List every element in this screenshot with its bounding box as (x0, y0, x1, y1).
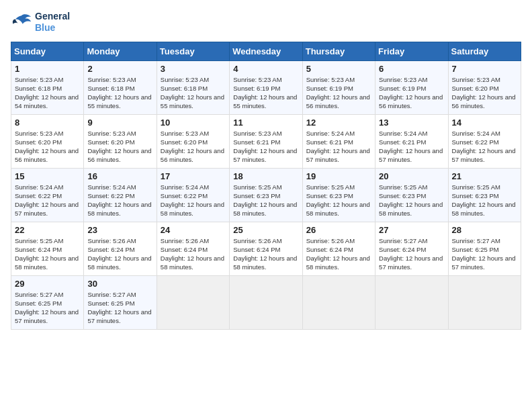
sunrise-label: Sunrise: (379, 76, 402, 83)
day-number: 23 (87, 225, 152, 235)
daylight-label: Daylight: (87, 201, 112, 208)
day-number: 10 (161, 118, 226, 128)
sunrise-label: Sunrise: (87, 130, 111, 137)
day-cell-17: 17 Sunrise: 5:24 AM Sunset: 6:22 PM Dayl… (157, 168, 229, 222)
day-cell-14: 14 Sunrise: 5:24 AM Sunset: 6:22 PM Dayl… (448, 114, 521, 168)
sunset-label: Sunset: (87, 138, 109, 146)
sunrise-label: Sunrise: (379, 237, 402, 244)
calendar-week-4: 22 Sunrise: 5:25 AM Sunset: 6:24 PM Dayl… (11, 222, 521, 275)
sunset-label: Sunset: (15, 300, 36, 307)
day-number: 14 (452, 118, 517, 128)
day-number: 8 (15, 118, 80, 128)
day-cell-28: 28 Sunrise: 5:27 AM Sunset: 6:25 PM Dayl… (448, 222, 521, 275)
empty-cell (448, 275, 521, 329)
sunrise-label: Sunrise: (15, 291, 38, 298)
sunset-label: Sunset: (87, 192, 109, 199)
sunset-label: Sunset: (87, 246, 109, 253)
day-info: Sunrise: 5:23 AM Sunset: 6:20 PM Dayligh… (15, 129, 80, 165)
day-cell-10: 10 Sunrise: 5:23 AM Sunset: 6:20 PM Dayl… (157, 114, 229, 168)
daylight-label: Daylight: (15, 255, 40, 262)
page-header: General Blue (11, 11, 521, 34)
sunset-label: Sunset: (452, 246, 474, 253)
day-number: 16 (87, 171, 152, 181)
day-info: Sunrise: 5:25 AM Sunset: 6:23 PM Dayligh… (452, 183, 517, 218)
day-number: 9 (87, 118, 152, 128)
empty-cell (157, 275, 229, 329)
day-number: 21 (452, 171, 517, 181)
sunset-label: Sunset: (87, 85, 109, 92)
day-info: Sunrise: 5:23 AM Sunset: 6:20 PM Dayligh… (161, 129, 226, 165)
sunset-label: Sunset: (161, 192, 182, 199)
sunrise-label: Sunrise: (161, 237, 184, 244)
daylight-label: Daylight: (306, 93, 331, 101)
day-number: 25 (233, 225, 298, 235)
day-number: 30 (87, 279, 152, 289)
day-number: 17 (161, 171, 226, 181)
sunrise-label: Sunrise: (379, 183, 402, 191)
day-number: 28 (452, 225, 517, 235)
daylight-label: Daylight: (15, 201, 40, 208)
sunset-label: Sunset: (15, 246, 36, 253)
col-monday: Monday (84, 42, 157, 60)
col-friday: Friday (375, 42, 448, 60)
day-cell-22: 22 Sunrise: 5:25 AM Sunset: 6:24 PM Dayl… (11, 222, 84, 275)
calendar-body: 1 Sunrise: 5:23 AM Sunset: 6:18 PM Dayli… (11, 60, 521, 329)
sunrise-label: Sunrise: (15, 76, 38, 83)
daylight-label: Daylight: (15, 308, 40, 316)
empty-cell (230, 275, 302, 329)
day-cell-12: 12 Sunrise: 5:24 AM Sunset: 6:21 PM Dayl… (302, 114, 375, 168)
sunrise-label: Sunrise: (452, 237, 476, 244)
sunset-label: Sunset: (379, 138, 400, 146)
day-number: 7 (452, 64, 517, 74)
sunrise-label: Sunrise: (15, 183, 38, 191)
sunset-label: Sunset: (306, 246, 328, 253)
day-cell-21: 21 Sunrise: 5:25 AM Sunset: 6:23 PM Dayl… (448, 168, 521, 222)
sunrise-label: Sunrise: (306, 130, 330, 137)
day-cell-24: 24 Sunrise: 5:26 AM Sunset: 6:24 PM Dayl… (157, 222, 229, 275)
day-cell-29: 29 Sunrise: 5:27 AM Sunset: 6:25 PM Dayl… (11, 275, 84, 329)
logo: General Blue (11, 11, 70, 34)
daylight-label: Daylight: (233, 201, 258, 208)
sunset-label: Sunset: (306, 192, 328, 199)
day-info: Sunrise: 5:25 AM Sunset: 6:24 PM Dayligh… (15, 236, 80, 272)
day-info: Sunrise: 5:23 AM Sunset: 6:19 PM Dayligh… (379, 75, 444, 111)
daylight-label: Daylight: (379, 255, 404, 262)
daylight-label: Daylight: (379, 93, 404, 101)
calendar-week-2: 8 Sunrise: 5:23 AM Sunset: 6:20 PM Dayli… (11, 114, 521, 168)
day-info: Sunrise: 5:23 AM Sunset: 6:19 PM Dayligh… (306, 75, 371, 111)
day-cell-25: 25 Sunrise: 5:26 AM Sunset: 6:24 PM Dayl… (230, 222, 302, 275)
sunrise-label: Sunrise: (87, 237, 111, 244)
day-number: 22 (15, 225, 80, 235)
day-cell-9: 9 Sunrise: 5:23 AM Sunset: 6:20 PM Dayli… (84, 114, 157, 168)
day-info: Sunrise: 5:27 AM Sunset: 6:24 PM Dayligh… (379, 236, 444, 272)
sunrise-label: Sunrise: (233, 130, 257, 137)
day-cell-20: 20 Sunrise: 5:25 AM Sunset: 6:23 PM Dayl… (375, 168, 448, 222)
day-info: Sunrise: 5:26 AM Sunset: 6:24 PM Dayligh… (233, 236, 298, 272)
day-info: Sunrise: 5:24 AM Sunset: 6:22 PM Dayligh… (15, 183, 80, 218)
daylight-label: Daylight: (233, 255, 258, 262)
sunset-label: Sunset: (233, 85, 255, 92)
sunset-label: Sunset: (15, 138, 36, 146)
daylight-label: Daylight: (306, 201, 331, 208)
day-cell-16: 16 Sunrise: 5:24 AM Sunset: 6:22 PM Dayl… (84, 168, 157, 222)
day-info: Sunrise: 5:26 AM Sunset: 6:24 PM Dayligh… (87, 236, 152, 272)
sunrise-label: Sunrise: (161, 76, 184, 83)
daylight-label: Daylight: (452, 201, 477, 208)
sunset-label: Sunset: (452, 192, 474, 199)
day-cell-1: 1 Sunrise: 5:23 AM Sunset: 6:18 PM Dayli… (11, 60, 84, 114)
sunset-label: Sunset: (452, 138, 474, 146)
day-number: 29 (15, 279, 80, 289)
logo-icon (11, 13, 32, 32)
day-number: 27 (379, 225, 444, 235)
daylight-label: Daylight: (379, 201, 404, 208)
col-thursday: Thursday (302, 42, 375, 60)
daylight-label: Daylight: (233, 147, 258, 154)
day-cell-3: 3 Sunrise: 5:23 AM Sunset: 6:18 PM Dayli… (157, 60, 229, 114)
daylight-label: Daylight: (452, 255, 477, 262)
day-info: Sunrise: 5:23 AM Sunset: 6:19 PM Dayligh… (233, 75, 298, 111)
daylight-label: Daylight: (87, 147, 112, 154)
day-info: Sunrise: 5:24 AM Sunset: 6:22 PM Dayligh… (87, 183, 152, 218)
sunrise-label: Sunrise: (161, 130, 184, 137)
daylight-label: Daylight: (15, 147, 40, 154)
sunset-label: Sunset: (15, 192, 36, 199)
